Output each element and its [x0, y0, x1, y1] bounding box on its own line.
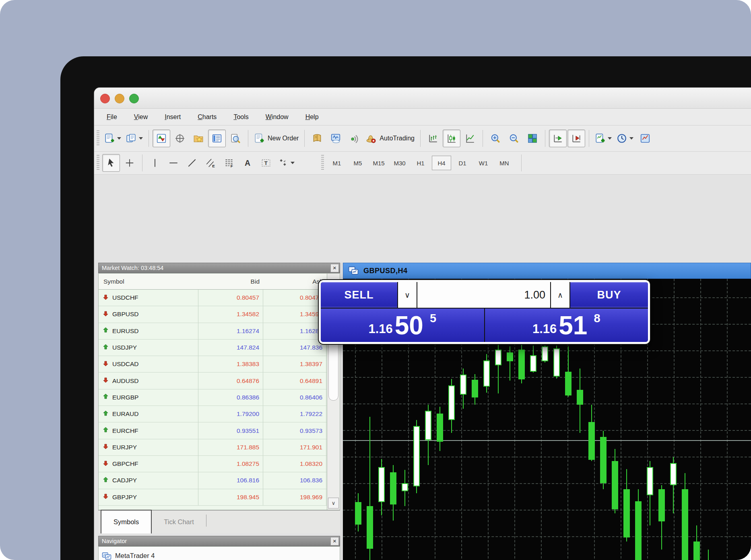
terminal-button[interactable] [208, 130, 226, 147]
fibonacci-button[interactable]: F [220, 154, 238, 172]
auto-scroll-icon [553, 133, 563, 144]
autotrading-icon [366, 133, 376, 144]
auto-scroll-button[interactable] [549, 130, 567, 147]
menu-item-view[interactable]: View [126, 111, 156, 123]
autotrading-button[interactable]: AutoTrading [364, 130, 417, 147]
column-header-bid[interactable]: Bid [198, 274, 263, 289]
periods-button[interactable] [615, 130, 635, 147]
timeframe-m1[interactable]: M1 [327, 156, 347, 170]
equidistant-channel-button[interactable]: E [202, 154, 219, 172]
market-watch-row[interactable]: USDCAD1.383831.38397 [99, 356, 327, 373]
symbol-cell: EURJPY [99, 439, 198, 455]
market-watch-titlebar: Market Watch: 03:48:54 × [98, 263, 340, 273]
chart-shift-button[interactable] [567, 130, 585, 147]
volume-decrease-icon[interactable]: ∨ [398, 282, 417, 308]
sell-button[interactable]: SELL [321, 282, 397, 308]
mql5-button[interactable] [327, 130, 345, 147]
menu-item-help[interactable]: Help [297, 111, 327, 123]
text-button[interactable]: A [239, 154, 256, 172]
column-header-ask[interactable]: Ask [263, 274, 326, 289]
market-watch-row[interactable]: GBPCHF1.082751.08320 [99, 456, 327, 472]
timeframe-grip[interactable] [321, 155, 324, 171]
market-watch-row[interactable]: EURAUD1.792001.79222 [99, 406, 327, 422]
candlestick-chart-button[interactable] [443, 130, 460, 147]
cursor-button[interactable] [102, 154, 120, 172]
market-watch-row[interactable]: USDJPY147.824147.836 [99, 340, 327, 356]
vertical-line-button[interactable] [146, 154, 164, 172]
new-chart-button[interactable] [102, 130, 123, 147]
chart-titlebar[interactable]: GBPUSD,H4 [343, 263, 751, 279]
minimize-button[interactable] [115, 94, 124, 103]
zoom-out-button[interactable] [505, 130, 523, 147]
trendline-button[interactable] [183, 154, 201, 172]
arrow-up-icon [103, 477, 109, 484]
market-watch-row[interactable]: EURJPY171.885171.901 [99, 439, 327, 456]
tile-windows-button[interactable] [524, 130, 541, 147]
timeframe-w1[interactable]: W1 [474, 156, 493, 170]
zoom-button[interactable] [129, 94, 139, 103]
bar-chart-button[interactable] [424, 130, 442, 147]
column-header-symbol[interactable]: Symbol [99, 274, 198, 289]
market-watch-close-icon[interactable]: × [330, 264, 339, 272]
tab-symbols[interactable]: Symbols [101, 510, 152, 533]
arrows-button[interactable] [276, 154, 297, 172]
navigator-button[interactable] [190, 130, 207, 147]
market-watch-button[interactable] [153, 130, 170, 147]
new-order-button[interactable]: New Order [252, 130, 301, 147]
toolbar-grip[interactable] [97, 130, 99, 146]
line-chart-button[interactable] [461, 130, 479, 147]
market-watch-row[interactable]: EURCHF0.935510.93573 [99, 422, 327, 439]
timeframe-m30[interactable]: M30 [390, 156, 409, 170]
menu-item-file[interactable]: File [98, 111, 126, 123]
tab-divider [206, 515, 206, 527]
timeframe-d1[interactable]: D1 [453, 156, 472, 170]
templates-button[interactable] [636, 130, 654, 147]
market-watch-row[interactable]: CADJPY106.816106.836 [99, 472, 327, 489]
strategy-tester-button[interactable] [227, 130, 244, 147]
grid-line-horizontal [343, 510, 751, 511]
market-watch-row[interactable]: GBPJPY198.945198.969 [99, 489, 327, 506]
volume-increase-icon[interactable]: ∧ [551, 282, 569, 308]
timeframe-h4[interactable]: H4 [432, 156, 451, 170]
tab-tick-chart[interactable]: Tick Chart [152, 511, 206, 533]
volume-input[interactable]: 1.00 [417, 282, 550, 308]
arrow-down-icon [103, 294, 109, 302]
market-watch-row[interactable]: EURUSD1.162741.16286 [99, 323, 327, 340]
arrow-down-icon [103, 493, 109, 501]
mt4-icon [102, 551, 111, 560]
history-center-button[interactable] [308, 130, 326, 147]
menu-item-insert[interactable]: Insert [156, 111, 189, 123]
timeframe-h1[interactable]: H1 [411, 156, 430, 170]
indicators-button[interactable] [593, 130, 614, 147]
timeframe-mn[interactable]: MN [495, 156, 514, 170]
sell-price-display[interactable]: 1.16 50 5 [321, 309, 484, 342]
market-watch-row[interactable]: EURGBP0.863860.86406 [99, 389, 327, 406]
tree-item-metatrader-4[interactable]: MetaTrader 4 [102, 548, 155, 560]
symbol-label: USDCHF [112, 294, 138, 301]
signals-button[interactable] [345, 130, 363, 147]
text-label-button[interactable]: T [257, 154, 275, 172]
horizontal-line-button[interactable] [165, 154, 182, 172]
menu-item-window[interactable]: Window [257, 111, 297, 123]
crosshair-button[interactable] [121, 154, 138, 172]
navigator-close-icon[interactable]: × [330, 537, 339, 546]
scrollbar-thumb[interactable] [328, 337, 338, 401]
market-watch-row[interactable]: GBPUSD1.345821.34594 [99, 306, 327, 323]
grid-line-vertical [674, 279, 675, 560]
buy-button[interactable]: BUY [570, 282, 648, 308]
toolbar-separator [304, 130, 305, 147]
zoom-in-button[interactable] [487, 130, 504, 147]
scrollbar-down-icon[interactable]: ∨ [328, 498, 339, 509]
drawing-toolbar: EFATM1M5M15M30H1H4D1W1MN [94, 152, 751, 175]
timeframe-m15[interactable]: M15 [369, 156, 388, 170]
menu-item-tools[interactable]: Tools [225, 111, 257, 123]
market-watch-row[interactable]: USDCHF0.804570.80470 [99, 290, 327, 306]
buy-price-display[interactable]: 1.16 51 8 [485, 309, 648, 342]
close-button[interactable] [100, 94, 110, 103]
toolbar-grip[interactable] [97, 155, 99, 171]
market-watch-row[interactable]: AUDUSD0.648760.64891 [99, 373, 327, 389]
data-window-button[interactable] [171, 130, 189, 147]
profiles-button[interactable] [124, 130, 145, 147]
timeframe-m5[interactable]: M5 [348, 156, 367, 170]
menu-item-charts[interactable]: Charts [189, 111, 225, 123]
